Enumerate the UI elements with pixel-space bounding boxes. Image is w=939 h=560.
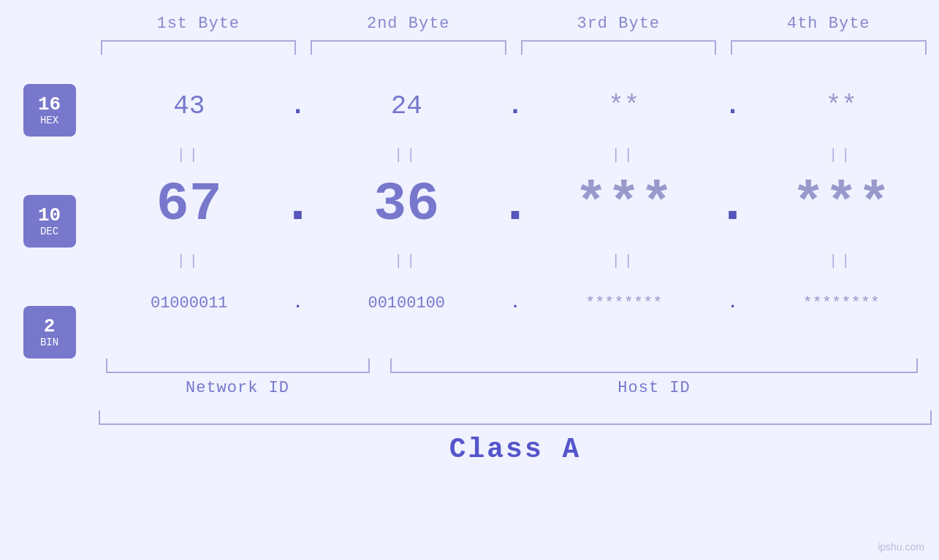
- dec-row: 67 . 36 . *** . ***: [99, 168, 932, 241]
- hex-badge-number: 16: [38, 94, 61, 115]
- bracket-3: [521, 40, 717, 55]
- dec-b3: ***: [533, 174, 715, 236]
- dec-badge: 10 DEC: [23, 195, 76, 248]
- badges-column: 16 HEX 10 DEC 2 BIN: [0, 77, 99, 358]
- bin-dot3: .: [715, 294, 751, 312]
- content-area: 16 HEX 10 DEC 2 BIN 43 . 24 . ** . **: [0, 77, 939, 358]
- sep1-b2: ||: [316, 147, 498, 164]
- hex-b4: **: [751, 91, 932, 121]
- dec-badge-number: 10: [38, 205, 61, 226]
- bin-dot1: .: [280, 294, 316, 312]
- byte-headers: 1st Byte 2nd Byte 3rd Byte 4th Byte: [94, 15, 934, 33]
- bin-badge-label: BIN: [40, 337, 58, 348]
- sep2-b4: ||: [751, 253, 932, 269]
- top-brackets: [94, 40, 934, 55]
- hex-badge-label: HEX: [40, 115, 58, 126]
- dec-dot3: .: [715, 174, 751, 236]
- network-bracket: [106, 358, 370, 373]
- bin-badge-number: 2: [44, 316, 56, 337]
- class-label: Class A: [99, 434, 932, 465]
- sep-row-2: || || || ||: [99, 248, 932, 274]
- dec-b2: 36: [316, 174, 498, 236]
- sep-row-1: || || || ||: [99, 142, 932, 168]
- hex-dot3: .: [715, 91, 751, 121]
- bin-dot2: .: [497, 294, 533, 312]
- sep1-b1: ||: [99, 147, 280, 164]
- bin-row: 01000011 . 00100100 . ******** . *******…: [99, 274, 932, 332]
- dec-dot1: .: [280, 174, 316, 236]
- network-id-area: Network ID: [99, 358, 376, 397]
- bracket-2: [311, 40, 506, 55]
- hex-b3: **: [533, 91, 715, 121]
- host-bracket: [390, 358, 918, 373]
- bin-b1: 01000011: [99, 294, 280, 312]
- display-grid: 43 . 24 . ** . ** || || || || 67: [99, 77, 939, 358]
- byte4-header: 4th Byte: [723, 15, 934, 33]
- sep2-b1: ||: [99, 253, 280, 269]
- dec-badge-label: DEC: [40, 226, 58, 237]
- hex-b1: 43: [99, 91, 280, 121]
- bracket-4: [731, 40, 927, 55]
- sep2-b2: ||: [316, 253, 498, 269]
- host-id-area: Host ID: [376, 358, 932, 397]
- hex-row: 43 . 24 . ** . **: [99, 77, 932, 135]
- bin-b3: ********: [533, 294, 715, 312]
- class-section: Class A: [99, 410, 932, 465]
- hex-b2: 24: [316, 91, 498, 121]
- bin-b4: ********: [751, 294, 932, 312]
- id-brackets-row: Network ID Host ID: [99, 358, 932, 397]
- host-id-label: Host ID: [617, 379, 690, 397]
- sep1-b3: ||: [533, 147, 715, 164]
- bracket-1: [101, 40, 297, 55]
- hex-dot2: .: [497, 91, 533, 121]
- sep1-b4: ||: [751, 147, 932, 164]
- hex-badge: 16 HEX: [23, 84, 76, 137]
- dec-b1: 67: [99, 174, 280, 236]
- byte3-header: 3rd Byte: [514, 15, 724, 33]
- hex-dot1: .: [280, 91, 316, 121]
- bin-badge: 2 BIN: [23, 306, 76, 358]
- byte1-header: 1st Byte: [94, 15, 304, 33]
- class-bracket: [99, 410, 932, 425]
- watermark: ipshu.com: [878, 541, 924, 553]
- main-container: 1st Byte 2nd Byte 3rd Byte 4th Byte 16 H…: [0, 0, 939, 560]
- network-id-label: Network ID: [186, 379, 289, 397]
- bottom-section: Network ID Host ID Class A: [0, 358, 939, 465]
- dec-b4: ***: [751, 174, 932, 236]
- sep2-b3: ||: [533, 253, 715, 269]
- dec-dot2: .: [497, 174, 533, 236]
- bin-b2: 00100100: [316, 294, 498, 312]
- byte2-header: 2nd Byte: [303, 15, 514, 33]
